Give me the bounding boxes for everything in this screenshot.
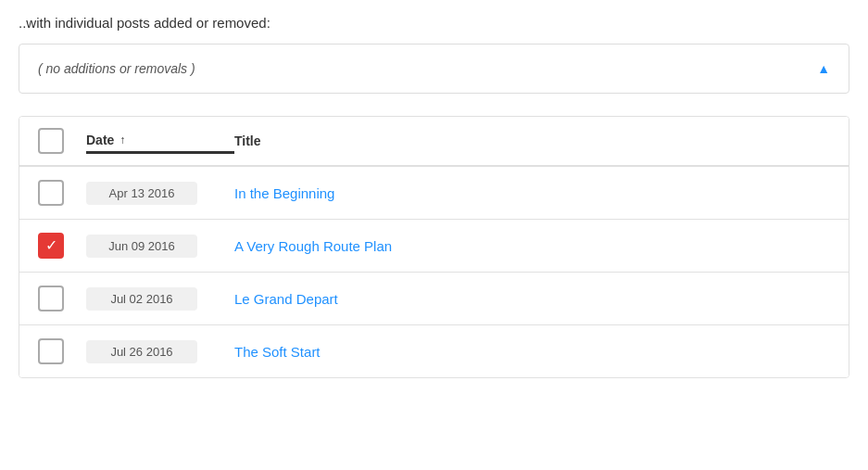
table-row: ✓ Jun 09 2016 A Very Rough Route Plan xyxy=(19,220,849,273)
title-column-header: Title xyxy=(234,133,261,148)
posts-table: Date ↑ Title Apr 13 2016 In the Beginnin… xyxy=(19,116,849,378)
row-checkbox-4[interactable] xyxy=(38,338,64,364)
post-title-1[interactable]: In the Beginning xyxy=(234,185,334,201)
page-wrapper: ..with individual posts added or removed… xyxy=(0,0,868,393)
table-row: Jul 02 2016 Le Grand Depart xyxy=(19,273,849,325)
no-additions-label: ( no additions or removals ) xyxy=(38,61,195,76)
row-checkbox-3[interactable] xyxy=(38,286,64,311)
select-all-checkbox[interactable] xyxy=(38,128,64,154)
date-badge-3: Jul 02 2016 xyxy=(86,287,197,311)
date-badge-4: Jul 26 2016 xyxy=(86,340,197,363)
post-title-2[interactable]: A Very Rough Route Plan xyxy=(234,238,392,254)
sort-asc-icon[interactable]: ↑ xyxy=(120,133,125,146)
post-title-4[interactable]: The Soft Start xyxy=(234,344,321,360)
additions-box: ( no additions or removals ) ▲ xyxy=(19,44,849,94)
date-badge-1: Apr 13 2016 xyxy=(86,182,197,205)
table-row: Jul 26 2016 The Soft Start xyxy=(19,325,849,377)
row-checkbox-2[interactable]: ✓ xyxy=(38,233,64,259)
date-badge-2: Jun 09 2016 xyxy=(86,235,197,258)
post-title-3[interactable]: Le Grand Depart xyxy=(234,291,338,307)
checkmark-icon: ✓ xyxy=(45,238,57,253)
date-column-header[interactable]: Date ↑ xyxy=(86,133,234,154)
section-header: ..with individual posts added or removed… xyxy=(19,15,849,31)
table-header-row: Date ↑ Title xyxy=(19,117,849,167)
row-checkbox-1[interactable] xyxy=(38,180,64,206)
table-row: Apr 13 2016 In the Beginning xyxy=(19,167,849,220)
collapse-arrow-icon[interactable]: ▲ xyxy=(817,61,830,76)
